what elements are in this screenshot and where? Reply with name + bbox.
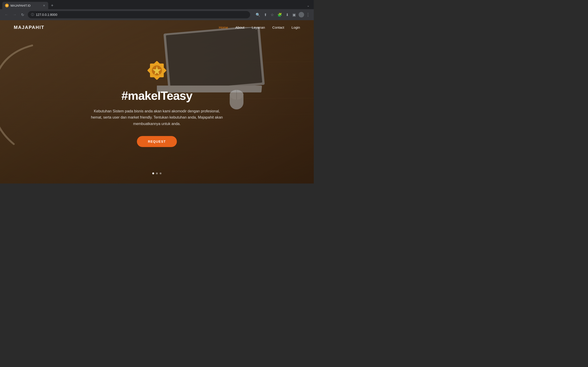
website-content: MAJAPAHIT Home About Layanan Contact Log… xyxy=(0,20,314,184)
request-button[interactable]: REQUEST xyxy=(137,136,177,147)
nav-item-contact[interactable]: Contact xyxy=(272,25,284,30)
tab-close-button[interactable]: × xyxy=(43,3,45,8)
tab-title: MAJAPAHIT.ID xyxy=(10,4,41,7)
lock-icon: ⓘ xyxy=(31,13,34,17)
nav-link-login[interactable]: Login xyxy=(292,25,300,29)
active-tab[interactable]: ✦ MAJAPAHIT.ID × xyxy=(2,2,48,9)
bookmark-icon[interactable]: ☆ xyxy=(270,12,275,18)
nav-item-about[interactable]: About xyxy=(235,25,244,30)
address-bar: ← → ↻ ⓘ 127.0.0.1:8000 🔍 ⬆ ☆ 🧩 ⬇ ▣ ⋮ xyxy=(0,9,314,20)
hero-subtitle: Kebutuhan Sistem pada bisnis anda akan k… xyxy=(90,108,224,127)
hero-title: #makeITeasy xyxy=(121,89,192,102)
download-icon[interactable]: ⬇ xyxy=(285,12,290,18)
nav-link-about[interactable]: About xyxy=(235,25,244,29)
browser-menu-button[interactable]: ⋮ xyxy=(306,12,310,17)
main-nav: MAJAPAHIT Home About Layanan Contact Log… xyxy=(0,20,314,35)
tab-bar: ✦ MAJAPAHIT.ID × + ⌄ xyxy=(0,0,314,9)
share-icon[interactable]: ⬆ xyxy=(263,12,268,18)
toolbar-right: 🔍 ⬆ ☆ 🧩 ⬇ ▣ ⋮ xyxy=(255,12,310,18)
nav-item-login[interactable]: Login xyxy=(292,25,300,30)
extensions-icon[interactable]: 🧩 xyxy=(277,12,283,18)
nav-item-layanan[interactable]: Layanan xyxy=(252,25,265,30)
hero-content: #makeITeasy Kebutuhan Sistem pada bisnis… xyxy=(0,20,314,184)
forward-button[interactable]: → xyxy=(12,12,17,18)
nav-link-home[interactable]: Home xyxy=(219,25,228,29)
back-button[interactable]: ← xyxy=(4,12,9,18)
browser-chrome: ✦ MAJAPAHIT.ID × + ⌄ ← → ↻ ⓘ 127.0.0.1:8… xyxy=(0,0,314,20)
dot-3[interactable] xyxy=(160,173,162,174)
split-screen-icon[interactable]: ▣ xyxy=(292,12,297,18)
hero-logo xyxy=(143,57,171,84)
url-bar[interactable]: ⓘ 127.0.0.1:8000 xyxy=(28,11,250,18)
nav-link-layanan[interactable]: Layanan xyxy=(252,25,265,29)
url-text: 127.0.0.1:8000 xyxy=(36,13,57,17)
nav-item-home[interactable]: Home xyxy=(219,25,228,30)
dot-2[interactable] xyxy=(156,173,158,174)
nav-link-contact[interactable]: Contact xyxy=(272,25,284,29)
profile-button[interactable] xyxy=(299,12,304,17)
new-tab-button[interactable]: + xyxy=(49,2,55,9)
dot-1[interactable] xyxy=(152,173,154,174)
tab-favicon: ✦ xyxy=(5,4,9,7)
nav-brand[interactable]: MAJAPAHIT xyxy=(14,25,219,30)
tab-menu-button[interactable]: ⌄ xyxy=(305,3,311,8)
refresh-button[interactable]: ↻ xyxy=(20,12,25,18)
slide-indicator xyxy=(152,173,162,174)
search-icon[interactable]: 🔍 xyxy=(255,12,261,18)
nav-links: Home About Layanan Contact Login xyxy=(219,25,300,30)
